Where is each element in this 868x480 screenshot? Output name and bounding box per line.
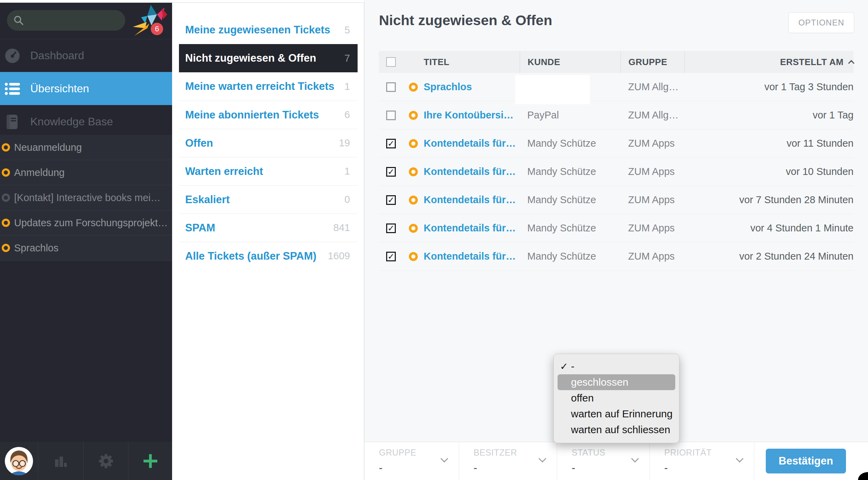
ticket-created-at: vor 1 Tag [685, 109, 854, 121]
table-body: SprachlosZUM Allg…vor 1 Tag 3 StundenIhr… [379, 73, 854, 271]
menu-item[interactable]: warten auf Erinnerung [554, 406, 679, 422]
sidebar-item-overviews[interactable]: Übersichten [0, 72, 172, 105]
overview-item[interactable]: Eskaliert0 [179, 185, 358, 213]
overview-item-label: Meine abonnierten Tickets [185, 109, 319, 121]
sidebar-ticket-item[interactable]: Updates zum Forschungsprojekt… [0, 210, 172, 236]
sidebar-ticket-item[interactable]: Anmeldung [0, 160, 172, 185]
row-checkbox[interactable]: ✓ [386, 195, 396, 205]
overview-item-label: Warten erreicht [185, 165, 263, 178]
stats-button[interactable] [38, 442, 83, 480]
overview-item-count: 0 [345, 194, 350, 205]
table-row[interactable]: Ihre Kontoübersi…PayPalZUM Allg…vor 1 Ta… [379, 101, 854, 129]
row-checkbox[interactable] [386, 111, 396, 120]
notification-badge[interactable]: 6 [151, 23, 163, 35]
ticket-title-link[interactable]: Ihre Kontoübersi… [424, 109, 520, 121]
table-row[interactable]: ✓Kontendetails für…Mandy SchützeZUM Apps… [379, 129, 854, 158]
row-checkbox[interactable]: ✓ [386, 252, 396, 261]
window-top-strip [0, 0, 364, 3]
table-row[interactable]: ✓Kontendetails für…Mandy SchützeZUM Apps… [379, 186, 854, 214]
row-checkbox[interactable]: ✓ [386, 223, 396, 233]
ticket-title-link[interactable]: Kontendetails für… [424, 194, 520, 206]
column-header-title[interactable]: TITEL [424, 51, 520, 73]
ticket-state-icon [2, 194, 10, 202]
row-checkbox[interactable] [386, 82, 396, 92]
ticket-title-link[interactable]: Kontendetails für… [424, 166, 520, 177]
menu-item[interactable]: geschlossen [558, 374, 675, 390]
overview-item-count: 1 [345, 81, 350, 92]
ticket-created-at: vor 11 Stunden [685, 138, 854, 149]
ticket-title: [Kontakt] Interactive books mei… [14, 192, 161, 204]
select-all-checkbox[interactable] [386, 57, 396, 67]
table-row[interactable]: SprachlosZUM Allg…vor 1 Tag 3 Stunden [379, 73, 854, 101]
overview-item-label: SPAM [185, 222, 215, 234]
ticket-title-link[interactable]: Kontendetails für… [424, 138, 520, 149]
menu-item[interactable]: ✓- [554, 358, 679, 374]
table-header: TITEL KUNDE GRUPPE ERSTELLT AM [379, 51, 854, 73]
zammad-logo [131, 4, 168, 37]
column-header-created[interactable]: ERSTELLT AM [685, 51, 854, 73]
avatar [5, 447, 33, 475]
overview-item-count: 841 [334, 222, 350, 233]
sidebar-item-label: Übersichten [30, 82, 89, 95]
overview-item[interactable]: Meine zugewiesenen Tickets5 [179, 16, 358, 44]
ticket-state-icon [409, 167, 418, 176]
confirm-button[interactable]: Bestätigen [766, 449, 846, 473]
ticket-customer: Mandy Schütze [520, 251, 621, 262]
column-header-created-label: ERSTELLT AM [780, 57, 844, 67]
menu-item-label: offen [571, 392, 594, 404]
customer-cell-highlight [515, 75, 590, 104]
overview-item-label: Nicht zugewiesen & Offen [185, 52, 316, 64]
search-input[interactable] [7, 10, 125, 31]
overview-item[interactable]: SPAM841 [179, 213, 358, 242]
ticket-title-link[interactable]: Kontendetails für… [424, 251, 520, 262]
ticket-state-icon [409, 83, 418, 92]
plus-icon [143, 453, 158, 469]
ticket-title-link[interactable]: Kontendetails für… [424, 222, 520, 234]
sidebar-ticket-item[interactable]: Neuanmeldung [0, 135, 172, 160]
ticket-group: ZUM Apps [621, 166, 685, 177]
settings-button[interactable] [83, 442, 128, 480]
row-checkbox[interactable]: ✓ [386, 139, 396, 148]
ticket-group: ZUM Apps [621, 138, 685, 149]
menu-item[interactable]: offen [554, 390, 679, 406]
overview-item[interactable]: Meine abonnierten Tickets6 [179, 101, 358, 129]
ticket-customer: Mandy Schütze [520, 166, 621, 177]
sidebar-ticket-item[interactable]: Sprachlos [0, 236, 172, 261]
ticket-customer: Mandy Schütze [520, 222, 621, 234]
bulk-action-bar: GRUPPE-BESITZER-STATUS-PRIORITÄT- Bestät… [364, 442, 868, 480]
ticket-state-icon [2, 219, 10, 227]
options-button[interactable]: OPTIONEN [788, 12, 854, 33]
bulk-field-status[interactable]: STATUS- [557, 442, 650, 480]
sidebar-item-dashboard[interactable]: Dashboard [0, 39, 172, 72]
bulk-field-value: - [664, 462, 754, 474]
overview-item[interactable]: Alle Tickets (außer SPAM)1609 [179, 242, 358, 270]
sidebar-ticket-item[interactable]: [Kontakt] Interactive books mei… [0, 185, 172, 210]
overview-list: Meine zugewiesenen Tickets5Nicht zugewie… [172, 3, 364, 480]
overview-item[interactable]: Offen19 [179, 129, 358, 157]
table-row[interactable]: ✓Kontendetails für…Mandy SchützeZUM Apps… [379, 214, 854, 242]
ticket-state-icon [409, 252, 418, 261]
user-avatar-button[interactable] [0, 442, 38, 480]
ticket-title-link[interactable]: Sprachlos [424, 81, 520, 93]
ticket-customer: Mandy Schütze [520, 194, 621, 206]
bulk-field-gruppe[interactable]: GRUPPE- [364, 442, 459, 480]
row-checkbox[interactable]: ✓ [386, 167, 396, 177]
overview-item[interactable]: Nicht zugewiesen & Offen7 [179, 44, 358, 72]
ticket-state-icon [409, 196, 418, 205]
table-row[interactable]: ✓Kontendetails für…Mandy SchützeZUM Apps… [379, 242, 854, 271]
column-header-customer[interactable]: KUNDE [520, 51, 621, 73]
overview-item[interactable]: Meine warten erreicht Tickets1 [179, 72, 358, 101]
menu-item[interactable]: warten auf schliessen [554, 422, 679, 438]
bulk-field-label: GRUPPE [379, 448, 459, 458]
overview-item-label: Eskaliert [185, 194, 230, 206]
bulk-field-priorität[interactable]: PRIORITÄT- [650, 442, 754, 480]
column-header-group[interactable]: GRUPPE [621, 51, 685, 73]
overview-item[interactable]: Warten erreicht1 [179, 157, 358, 185]
bulk-field-besitzer[interactable]: BESITZER- [459, 442, 557, 480]
bulk-field-value: - [379, 462, 459, 474]
new-ticket-button[interactable] [128, 442, 172, 480]
table-row[interactable]: ✓Kontendetails für…Mandy SchützeZUM Apps… [379, 158, 854, 186]
sort-asc-icon [848, 60, 854, 66]
ticket-group: ZUM Apps [621, 251, 685, 262]
sidebar-item-knowledge-base[interactable]: Knowledge Base [0, 105, 172, 138]
